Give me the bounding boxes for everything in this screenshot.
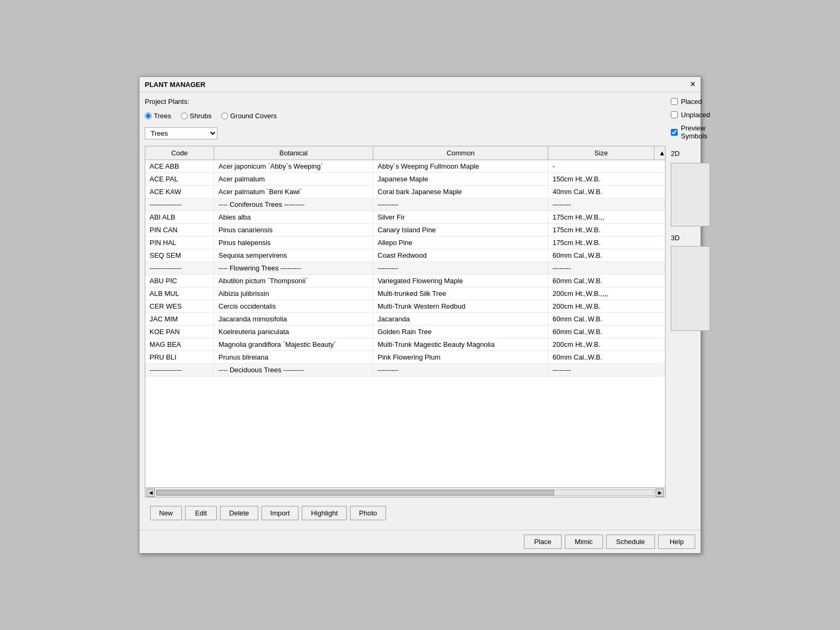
table-row[interactable]: ACE ABBAcer japonicum `Abby`s Weeping`Ab… [145,160,665,173]
table-row[interactable]: PIN CANPinus canariensisCanary Island Pi… [145,224,665,237]
plant-manager-dialog: PLANT MANAGER × Project Plants: Trees Sh… [139,76,701,554]
cell-code: ACE ABB [145,160,214,172]
cell-size: 60mm Cal.,W.B. [548,249,654,261]
cell-botanical: Sequoia sempervirens [214,249,373,261]
cell-common: Allepo Pine [373,237,548,249]
action-buttons: New Edit Delete Import Highlight Photo [145,502,666,524]
scroll-right-arrow[interactable]: ▶ [655,488,664,497]
cell-code: ABI ALB [145,211,214,223]
radio-trees[interactable]: Trees [145,112,171,120]
place-button[interactable]: Place [524,535,562,549]
horizontal-scrollbar[interactable]: ◀ ▶ [145,487,665,497]
edit-button[interactable]: Edit [185,506,217,520]
plant-table: Code Botanical Common Size ▲ ACE ABBAcer… [145,146,666,497]
mimic-button[interactable]: Mimic [565,535,603,549]
cell-size: - [548,160,654,172]
radio-shrubs[interactable]: Shrubs [181,112,212,120]
radio-trees-input[interactable] [145,112,152,119]
preview-symbols-checkbox[interactable] [671,129,678,136]
photo-button[interactable]: Photo [350,506,386,520]
col-botanical: Botanical [214,146,373,160]
col-code: Code [145,146,214,160]
cell-common: Silver Fir [373,211,548,223]
placed-checkbox[interactable] [671,98,678,105]
cell-size: 60mm Cal.,W.B. [548,313,654,325]
import-button[interactable]: Import [261,506,299,520]
cell-botanical: Koelreuteria paniculata [214,326,373,338]
preview-symbols-label: Preview Symbols [681,124,710,140]
title-bar: PLANT MANAGER × [139,77,701,92]
cell-common: Pink Flowering Plum [373,351,548,363]
cell-common: Canary Island Pine [373,224,548,236]
cell-common: --------- [373,198,548,211]
table-row[interactable]: ACE PALAcer palmatumJapanese Maple150cm … [145,173,665,186]
radio-ground-covers[interactable]: Ground Covers [221,112,277,120]
cell-botanical: Abutilon pictum `Thompsonii` [214,275,373,287]
table-row[interactable]: ------------------ Deciduous Trees -----… [145,364,665,377]
cell-common: --------- [373,262,548,274]
cell-botanical: ---- Deciduous Trees --------- [214,364,373,376]
table-row[interactable]: KOE PANKoelreuteria paniculataGolden Rai… [145,326,665,338]
cell-common: Coast Redwood [373,249,548,261]
table-row[interactable]: CER WESCercis occidentalisMulti-Trunk We… [145,300,665,313]
cell-size: 175cm Ht.,W.B. [548,237,654,249]
cell-botanical: Pinus halepensis [214,237,373,249]
table-row[interactable]: ------------------ Flowering Trees -----… [145,262,665,275]
table-row[interactable]: ABI ALBAbies albaSilver Fir175cm Ht.,W.B… [145,211,665,224]
cell-common: Japanese Maple [373,173,548,185]
cell-botanical: Cercis occidentalis [214,300,373,312]
unplaced-checkbox-label[interactable]: Unplaced [671,111,710,119]
cell-code: PRU BLI [145,351,214,363]
radio-ground-covers-input[interactable] [221,112,228,119]
table-row[interactable]: PRU BLIPrunus blireianaPink Flowering Pl… [145,351,665,364]
tree-dropdown-row: Trees Shrubs Ground Covers [145,127,666,139]
table-row[interactable]: ------------------ Coniferous Trees ----… [145,198,665,211]
cell-botanical: Acer japonicum `Abby`s Weeping` [214,160,373,172]
cell-code: PIN CAN [145,224,214,236]
table-row[interactable]: ACE KAWAcer palmatum `Beni Kawi`Coral ba… [145,186,665,198]
radio-shrubs-input[interactable] [181,112,188,119]
cell-code: -------------- [145,364,214,376]
cell-common: Coral bark Japanese Maple [373,186,548,198]
table-row[interactable]: SEQ SEMSequoia sempervirensCoast Redwood… [145,249,665,262]
table-row[interactable]: PIN HALPinus halepensisAllepo Pine175cm … [145,237,665,249]
cell-size: -------- [548,364,654,376]
placed-checkbox-label[interactable]: Placed [671,98,710,106]
table-row[interactable]: JAC MIMJacaranda mimosifoliaJacaranda60m… [145,313,665,326]
cell-common: Abby`s Weeping Fullmoon Maple [373,160,548,172]
col-size: Size [548,146,654,160]
cell-code: PIN HAL [145,237,214,249]
delete-button[interactable]: Delete [220,506,258,520]
table-body[interactable]: ACE ABBAcer japonicum `Abby`s Weeping`Ab… [145,160,665,487]
tree-category-select[interactable]: Trees Shrubs Ground Covers [145,127,217,139]
cell-code: ABU PIC [145,275,214,287]
cell-botanical: Acer palmatum `Beni Kawi` [214,186,373,198]
preview-symbols-checkbox-label[interactable]: Preview Symbols [671,124,710,140]
cell-code: ACE PAL [145,173,214,185]
cell-common: Multi-Trunk Western Redbud [373,300,548,312]
cell-common: Golden Rain Tree [373,326,548,338]
schedule-button[interactable]: Schedule [606,535,655,549]
cell-common: Multi-trunked Silk Tree [373,287,548,300]
scroll-left-arrow[interactable]: ◀ [146,488,155,497]
project-plants-label: Project Plants: [145,98,666,106]
table-row[interactable]: ABU PICAbutilon pictum `Thompsonii`Varie… [145,275,665,287]
new-button[interactable]: New [150,506,182,520]
close-button[interactable]: × [690,80,695,89]
plant-type-radio-group: Trees Shrubs Ground Covers [145,112,666,120]
cell-common: --------- [373,364,548,376]
cell-code: CER WES [145,300,214,312]
cell-botanical: Magnolia grandiflora `Majestic Beauty` [214,338,373,351]
scroll-track[interactable] [156,489,654,496]
help-button[interactable]: Help [658,535,695,549]
table-row[interactable]: ALB MULAlbizia julibrissinMulti-trunked … [145,287,665,300]
col-common: Common [373,146,548,160]
unplaced-checkbox[interactable] [671,111,678,118]
table-row[interactable]: MAG BEAMagnolia grandiflora `Majestic Be… [145,338,665,351]
left-panel: Project Plants: Trees Shrubs Ground Cove… [145,98,666,524]
cell-botanical: Abies alba [214,211,373,223]
placed-label: Placed [681,98,702,106]
cell-code: -------------- [145,262,214,274]
dialog-title: PLANT MANAGER [145,81,205,89]
highlight-button[interactable]: Highlight [302,506,347,520]
